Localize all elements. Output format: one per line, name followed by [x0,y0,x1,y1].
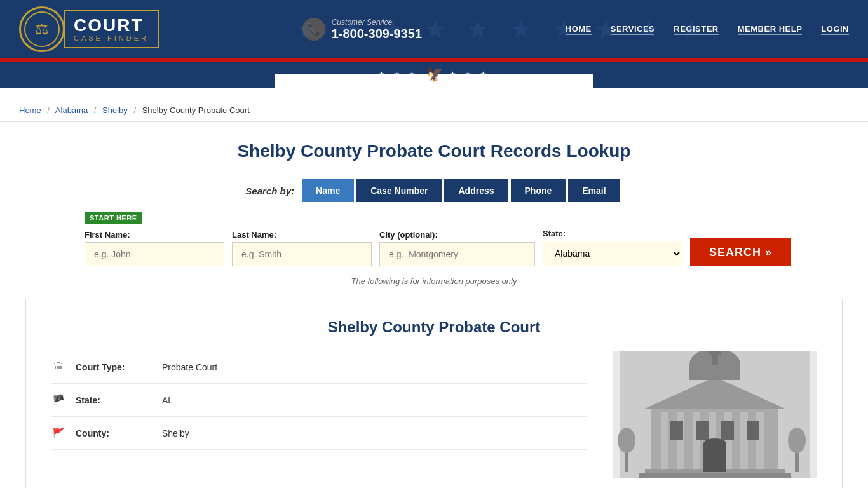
state-detail-value: AL [162,395,173,405]
county-icon: 🚩 [51,427,65,439]
logo-text: COURT CASE FINDER [64,10,159,48]
svg-rect-18 [721,421,734,440]
first-name-group: First Name: [85,230,224,266]
court-card-title: Shelby County Probate Court [51,318,817,336]
county-value: Shelby [162,428,189,438]
svg-rect-16 [670,421,683,440]
svg-rect-4 [693,412,700,472]
breadcrumb-alabama[interactable]: Alabama [55,105,88,115]
logo-court-text: COURT [74,17,149,34]
svg-rect-2 [661,412,668,472]
last-name-label: Last Name: [232,230,372,240]
court-card: Shelby County Probate Court 🏛 Court Type… [25,299,843,488]
state-detail-label: State: [76,395,152,405]
phone-icon: 📞 [302,18,325,41]
last-name-input[interactable] [232,242,372,266]
city-group: City (optional): [379,230,535,266]
eagle-content: ★ ★ ★ 🦅 ★ ★ ★ [378,66,490,88]
county-row: 🚩 County: Shelby [51,417,588,450]
breadcrumb-home[interactable]: Home [19,105,41,115]
info-note: The following is for information purpose… [25,276,843,286]
svg-rect-8 [756,412,764,472]
site-logo[interactable]: ⚖ COURT CASE FINDER [19,6,159,52]
state-icon: 🏴 [51,394,65,406]
tab-address[interactable]: Address [444,179,508,202]
sep-3: / [133,105,136,115]
breadcrumb: Home / Alabama / Shelby / Shelby County … [0,99,868,122]
svg-rect-3 [677,412,684,472]
tab-phone[interactable]: Phone [511,179,566,202]
nav-login[interactable]: LOGIN [821,24,849,35]
court-type-icon: 🏛 [51,362,65,373]
svg-point-21 [703,438,726,449]
svg-rect-17 [696,421,709,440]
tab-case-number[interactable]: Case Number [356,179,442,202]
logo-case-finder-text: CASE FINDER [74,34,149,42]
nav-member-help[interactable]: MEMBER HELP [738,24,803,35]
phone-area: 📞 Customer Service 1-800-309-9351 [302,18,422,41]
stars-left: ★ ★ ★ [378,70,419,79]
phone-details: Customer Service 1-800-309-9351 [332,18,422,41]
state-label: State: [543,229,682,238]
city-input[interactable] [379,242,535,266]
tab-name[interactable]: Name [302,179,354,202]
stars-right: ★ ★ ★ [449,70,491,79]
svg-rect-15 [639,473,791,478]
svg-point-23 [618,428,635,453]
main-content: Shelby County Probate Court Records Look… [0,122,868,488]
county-label: County: [76,428,152,438]
svg-point-25 [788,428,806,453]
start-here-badge: START HERE [85,212,142,224]
svg-rect-19 [747,421,759,440]
logo-circle: ⚖ [19,6,65,52]
phone-number: 1-800-309-9351 [332,27,422,41]
form-row: First Name: Last Name: City (optional): … [85,229,783,266]
nav-home[interactable]: HOME [566,24,592,35]
court-details: 🏛 Court Type: Probate Court 🏴 State: AL … [51,351,588,478]
court-type-value: Probate Court [162,362,217,372]
court-info-layout: 🏛 Court Type: Probate Court 🏴 State: AL … [51,351,817,478]
tab-email[interactable]: Email [568,179,620,202]
search-by-label: Search by: [245,186,294,196]
eagle-icon: 🦅 [426,66,443,83]
main-nav: HOME SERVICES REGISTER MEMBER HELP LOGIN [566,24,849,35]
state-row: 🏴 State: AL [51,384,588,417]
search-form-area: START HERE First Name: Last Name: City (… [85,212,783,266]
sep-1: / [47,105,50,115]
breadcrumb-current: Shelby County Probate Court [142,105,250,115]
state-select[interactable]: Alabama Alaska Arizona [543,241,682,266]
search-tabs-row: Search by: Name Case Number Address Phon… [25,179,843,202]
svg-rect-7 [740,412,748,472]
svg-rect-13 [709,351,721,355]
last-name-group: Last Name: [232,230,372,266]
city-label: City (optional): [379,230,535,240]
breadcrumb-shelby[interactable]: Shelby [102,105,128,115]
court-type-label: Court Type: [76,362,152,372]
first-name-label: First Name: [85,230,224,240]
site-header: ★ ★ ★ ★ ★ ★ ★ ★ ★ ★ ⚖ COURT CASE FINDER … [0,0,868,58]
court-building-image [613,351,817,478]
eagle-banner: ★ ★ ★ 🦅 ★ ★ ★ [0,62,868,88]
page-title: Shelby County Probate Court Records Look… [25,141,843,161]
state-group: State: Alabama Alaska Arizona [543,229,682,266]
logo-icon: ⚖ [24,11,60,47]
search-button[interactable]: SEARCH » [690,238,791,266]
first-name-input[interactable] [85,242,224,266]
sep-2: / [94,105,97,115]
nav-services[interactable]: SERVICES [611,24,655,35]
customer-service-label: Customer Service [332,18,422,27]
nav-register[interactable]: REGISTER [674,24,718,35]
court-type-row: 🏛 Court Type: Probate Court [51,351,588,384]
court-building-svg [613,351,817,478]
